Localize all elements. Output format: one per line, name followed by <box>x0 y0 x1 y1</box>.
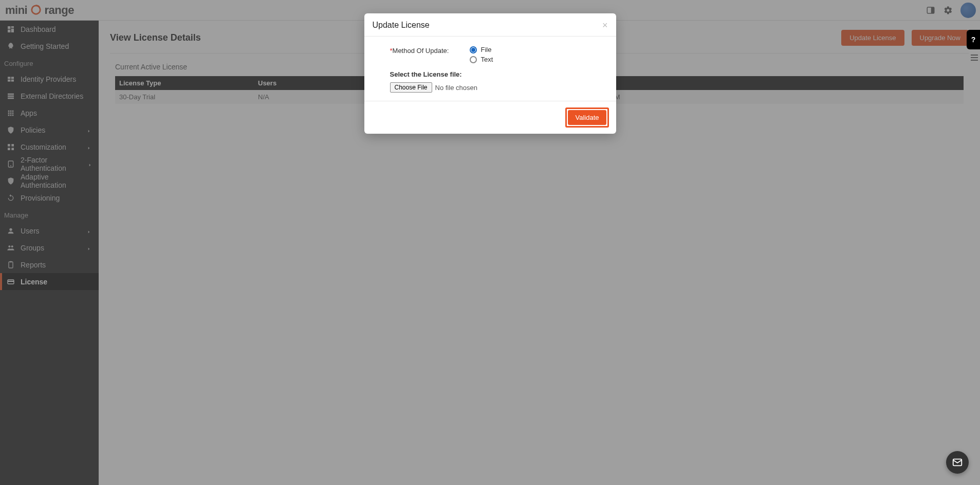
validate-button[interactable]: Validate <box>568 110 606 125</box>
file-row: Choose File No file chosen <box>390 82 607 93</box>
modal-footer: Validate <box>364 101 616 134</box>
radio-dot-text <box>470 56 477 63</box>
radio-dot-file <box>470 46 477 53</box>
method-row: *Method Of Update: File Text <box>390 46 607 63</box>
mail-fab[interactable] <box>946 451 969 474</box>
radio-text-label: Text <box>481 56 493 63</box>
select-file-label: Select the License file: <box>390 70 607 78</box>
update-license-modal: Update License × *Method Of Update: File… <box>364 13 616 134</box>
file-status: No file chosen <box>435 84 477 92</box>
modal-header: Update License × <box>364 13 616 36</box>
close-icon[interactable]: × <box>602 21 608 30</box>
choose-file-button[interactable]: Choose File <box>390 82 432 93</box>
validate-highlight: Validate <box>565 107 608 128</box>
modal-title: Update License <box>373 21 430 30</box>
radio-file-label: File <box>481 46 492 53</box>
side-menu-icon[interactable] <box>970 51 980 64</box>
method-label: *Method Of Update: <box>390 46 470 55</box>
modal-overlay[interactable]: Update License × *Method Of Update: File… <box>0 0 980 485</box>
method-radios: File Text <box>470 46 493 63</box>
method-label-text: Method Of Update: <box>393 47 449 55</box>
modal-body: *Method Of Update: File Text Select the … <box>364 37 616 101</box>
radio-text[interactable]: Text <box>470 56 493 63</box>
help-fab[interactable]: ? <box>967 30 980 49</box>
radio-file[interactable]: File <box>470 46 493 53</box>
